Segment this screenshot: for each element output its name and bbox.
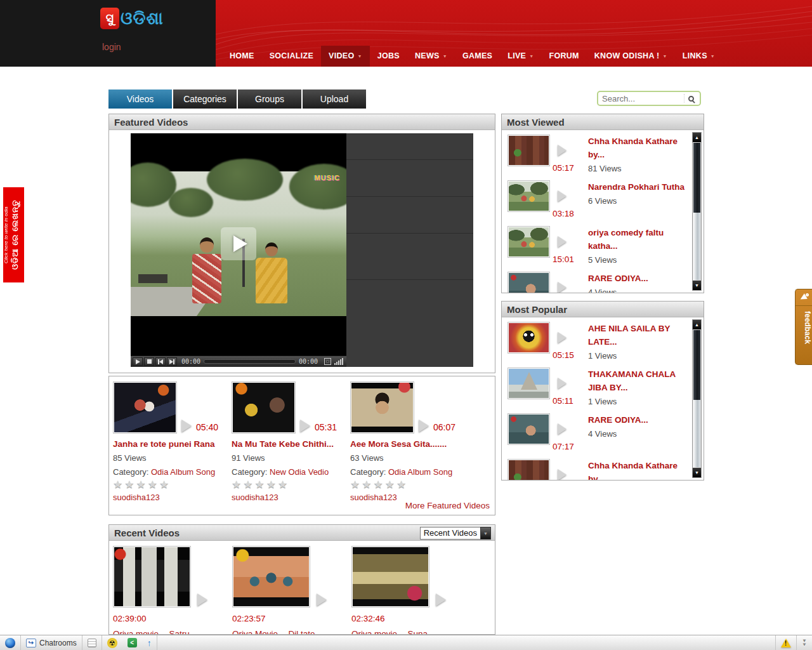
video-title-link[interactable]: Na Mu Tate Kebe Chithi... bbox=[232, 439, 347, 449]
video-title-link[interactable]: Narendra Pokhari Tutha bbox=[588, 181, 688, 194]
play-arrow-icon[interactable] bbox=[558, 469, 566, 480]
scrollbar-thumb[interactable] bbox=[693, 330, 700, 400]
seek-bar[interactable] bbox=[204, 359, 296, 364]
video-title-link[interactable]: Chha Khanda Kathare by... bbox=[588, 460, 688, 480]
rating-stars[interactable]: ★★★★★ bbox=[113, 478, 228, 491]
video-title-link[interactable]: oriya comedy faltu katha... bbox=[588, 227, 688, 253]
search-input[interactable] bbox=[598, 94, 684, 103]
stop-button[interactable] bbox=[144, 357, 154, 366]
rating-stars[interactable]: ★★★★★ bbox=[350, 478, 466, 491]
feedback-button[interactable]: feedback bbox=[795, 289, 812, 365]
video-thumbnail[interactable] bbox=[508, 322, 550, 354]
scrollbar[interactable]: ▲ ▼ bbox=[692, 132, 702, 291]
nav-item-know-odisha[interactable]: KNOW ODISHA !▼ bbox=[587, 46, 675, 67]
play-arrow-icon[interactable] bbox=[436, 594, 446, 606]
volume-control[interactable] bbox=[334, 358, 343, 365]
scroll-up-button[interactable]: ▲ bbox=[693, 320, 701, 329]
scrollbar-track[interactable] bbox=[693, 400, 700, 467]
warning-button[interactable]: ! bbox=[775, 635, 797, 650]
play-arrow-icon[interactable] bbox=[419, 420, 429, 432]
video-thumbnail[interactable] bbox=[508, 180, 550, 212]
video-thumbnail[interactable] bbox=[113, 381, 177, 434]
news-feed-button[interactable] bbox=[82, 635, 102, 650]
video-title-link[interactable]: Oriya Movie -- Dil tate... bbox=[232, 629, 348, 635]
dropdown-arrow-icon[interactable]: ▼ bbox=[480, 527, 491, 540]
play-arrow-icon[interactable] bbox=[558, 378, 566, 389]
chatrooms-button[interactable]: ↪ Chatrooms bbox=[21, 635, 82, 650]
login-link[interactable]: login bbox=[102, 42, 121, 52]
video-title-link[interactable]: Aee Mora Sesa Gita....... bbox=[350, 439, 466, 449]
video-thumbnail[interactable] bbox=[508, 272, 550, 293]
category-link[interactable]: Odia Album Song bbox=[151, 467, 215, 477]
play-arrow-icon[interactable] bbox=[558, 236, 566, 248]
play-button[interactable] bbox=[133, 357, 143, 366]
play-arrow-icon[interactable] bbox=[197, 594, 207, 606]
uploader-link[interactable]: suodisha123 bbox=[232, 493, 347, 502]
play-arrow-icon[interactable] bbox=[300, 420, 310, 432]
search-icon[interactable] bbox=[688, 96, 694, 102]
video-thumbnail[interactable] bbox=[351, 546, 429, 607]
video-title-link[interactable]: THAKAMANA CHALA JIBA BY... bbox=[588, 368, 688, 395]
category-link[interactable]: Odia Album Song bbox=[388, 467, 452, 477]
site-logo[interactable]: ସୁ ଓଡିଶା bbox=[100, 8, 164, 29]
nav-item-news[interactable]: NEWS▼ bbox=[407, 46, 455, 67]
play-overlay-button[interactable] bbox=[221, 227, 256, 260]
nav-item-forum[interactable]: FORUM bbox=[541, 46, 586, 67]
playlist-item[interactable]: Mate Mate Singhaduararu Odia Bhajan by M… bbox=[346, 197, 473, 234]
playlist-item[interactable]: Naa Ti Nice Song from Hit Oriya Album "N… bbox=[346, 160, 473, 197]
video-title-link[interactable]: RARE ODIYA... bbox=[588, 272, 688, 286]
nav-item-jobs[interactable]: JOBS bbox=[370, 46, 407, 67]
scrollbar-track[interactable] bbox=[693, 213, 700, 280]
play-arrow-icon[interactable] bbox=[558, 332, 566, 343]
globe-button[interactable] bbox=[0, 635, 21, 650]
nav-item-games[interactable]: GAMES bbox=[455, 46, 500, 67]
nav-item-live[interactable]: LIVE▼ bbox=[500, 46, 541, 67]
video-title-link[interactable]: RARE ODIYA... bbox=[588, 414, 688, 427]
fullscreen-button[interactable] bbox=[324, 358, 331, 365]
video-thumbnail[interactable] bbox=[508, 226, 550, 258]
category-link[interactable]: New Odia Vedio bbox=[270, 467, 329, 477]
video-thumbnail[interactable] bbox=[350, 381, 414, 434]
share-button[interactable]: < bbox=[122, 635, 142, 650]
playlist-item[interactable]: Chha Chha Khanda Kathare by Anuradha bbox=[346, 234, 473, 280]
more-featured-videos-link[interactable]: More Featured Videos bbox=[405, 501, 490, 510]
nav-item-links[interactable]: LINKS▼ bbox=[675, 46, 723, 67]
video-thumbnail[interactable] bbox=[508, 135, 550, 166]
tab-upload[interactable]: Upload bbox=[303, 90, 366, 109]
scrollbar[interactable]: ▲ ▼ bbox=[692, 319, 702, 478]
video-title-link[interactable]: Chha Khanda Kathare by... bbox=[588, 135, 688, 162]
video-thumbnail[interactable] bbox=[232, 546, 310, 607]
video-title-link[interactable]: Oriya movie -- Suna... bbox=[351, 629, 467, 635]
nav-item-socialize[interactable]: SOCIALIZE bbox=[262, 46, 321, 67]
video-thumbnail[interactable] bbox=[508, 368, 550, 399]
play-arrow-icon[interactable] bbox=[558, 282, 566, 293]
uploader-link[interactable]: suodisha123 bbox=[113, 493, 228, 502]
play-arrow-icon[interactable] bbox=[181, 420, 192, 432]
video-thumbnail[interactable] bbox=[232, 381, 296, 434]
play-arrow-icon[interactable] bbox=[558, 145, 566, 156]
video-title-link[interactable]: Janha re tote punei Rana bbox=[113, 439, 228, 449]
play-arrow-icon[interactable] bbox=[558, 423, 566, 435]
video-title-link[interactable]: AHE NILA SAILA BY LATE... bbox=[588, 322, 688, 349]
nav-item-home[interactable]: HOME bbox=[222, 46, 262, 67]
recent-filter-dropdown[interactable]: Recent Videos ▼ bbox=[420, 527, 491, 540]
playlist-item[interactable]: oriya uploaded by jaga bbox=[346, 133, 473, 160]
tab-categories[interactable]: Categories bbox=[173, 90, 237, 109]
scroll-up-button[interactable]: ▲ bbox=[693, 133, 701, 142]
video-thumbnail[interactable] bbox=[508, 413, 550, 445]
nav-item-video[interactable]: VIDEO▼ bbox=[321, 46, 370, 67]
video-title-link[interactable]: Oriya movie -- Satru... bbox=[113, 629, 228, 635]
rating-stars[interactable]: ★★★★★ bbox=[232, 478, 347, 491]
video-thumbnail[interactable] bbox=[508, 459, 550, 480]
scroll-down-button[interactable]: ▼ bbox=[693, 281, 701, 290]
collapse-button[interactable]: ▼▼ bbox=[797, 635, 812, 650]
scrollbar-thumb[interactable] bbox=[693, 143, 700, 213]
previous-button[interactable] bbox=[155, 357, 166, 366]
play-arrow-icon[interactable] bbox=[317, 594, 327, 606]
scroll-down-button[interactable]: ▼ bbox=[693, 468, 701, 477]
write-in-odia-banner[interactable]: Click here to write in odia ଓଡିଆ ରେ ଲେଖନ… bbox=[3, 187, 24, 282]
play-arrow-icon[interactable] bbox=[558, 190, 566, 202]
radiation-button[interactable]: ☢ bbox=[102, 635, 122, 650]
tab-groups[interactable]: Groups bbox=[238, 90, 301, 109]
upload-arrow-button[interactable]: ↑ bbox=[142, 635, 157, 650]
